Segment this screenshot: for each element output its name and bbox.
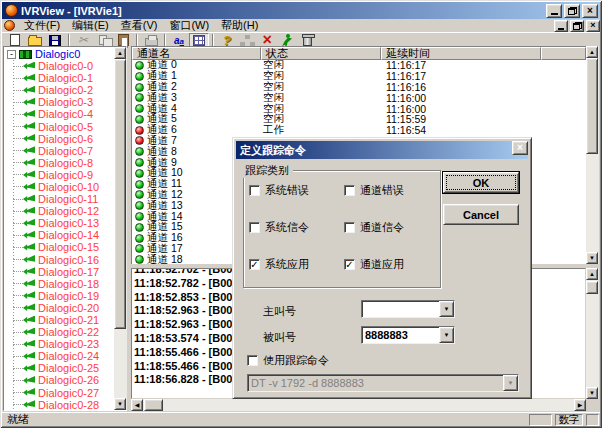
- dialog-titlebar[interactable]: 定义跟踪命令 ×: [236, 141, 528, 159]
- checkbox-box-icon[interactable]: ✓: [247, 355, 258, 366]
- scroll-up-button[interactable]: ▲: [114, 47, 126, 59]
- column-header-status[interactable]: 状态: [261, 47, 381, 60]
- child-restore-button[interactable]: [570, 20, 584, 32]
- tree-item[interactable]: Dialogic0-14: [4, 229, 113, 241]
- tree-item[interactable]: Dialogic0-20: [4, 302, 113, 314]
- tree-item[interactable]: Dialogic0-4: [4, 108, 113, 120]
- restore-button[interactable]: [564, 4, 580, 18]
- checkbox[interactable]: ✓ 通道错误: [344, 184, 404, 196]
- scrollbar-thumb[interactable]: [586, 281, 598, 294]
- check-icon: ✓: [250, 260, 258, 269]
- scroll-down-button[interactable]: ▼: [586, 252, 598, 264]
- tree-item[interactable]: Dialogic0-10: [4, 181, 113, 193]
- checkbox[interactable]: ✓ 通道信令: [344, 221, 404, 233]
- device-icon: [23, 303, 35, 312]
- dropdown-button[interactable]: ▼: [439, 301, 454, 317]
- tree-item[interactable]: Dialogic0-24: [4, 350, 113, 362]
- list-scrollbar[interactable]: ▲ ▼: [586, 46, 599, 264]
- tree-item[interactable]: Dialogic0-25: [4, 362, 113, 374]
- device-icon: [23, 134, 35, 143]
- tree-item[interactable]: Dialogic0-5: [4, 120, 113, 132]
- titlebar[interactable]: IVRView - [IVRVie1] ×: [2, 2, 600, 19]
- tree-item[interactable]: Dialogic0-13: [4, 217, 113, 229]
- menu-item[interactable]: 文件(F): [18, 19, 66, 32]
- checkbox-box-icon[interactable]: ✓: [249, 185, 260, 196]
- tree-item[interactable]: Dialogic0-19: [4, 290, 113, 302]
- collapse-icon[interactable]: -: [7, 50, 16, 59]
- scroll-left-button[interactable]: ◀: [131, 399, 143, 411]
- column-header-duration[interactable]: 延续时间: [381, 47, 541, 60]
- scroll-up-button[interactable]: ▲: [586, 268, 598, 280]
- tree-item[interactable]: Dialogic0-2: [4, 84, 113, 96]
- tree-connector: [13, 283, 23, 284]
- dialog-close-button[interactable]: ×: [512, 141, 528, 155]
- scroll-down-button[interactable]: ▼: [586, 387, 598, 399]
- checkbox-box-icon[interactable]: ✓: [344, 259, 355, 270]
- document-icon[interactable]: [4, 20, 15, 31]
- tree-item[interactable]: Dialogic0-15: [4, 241, 113, 253]
- tree-item[interactable]: Dialogic0-12: [4, 205, 113, 217]
- tree-item[interactable]: Dialogic0-22: [4, 326, 113, 338]
- tree-root-item[interactable]: - Dialogic0: [4, 48, 113, 60]
- tree-item[interactable]: Dialogic0-3: [4, 96, 113, 108]
- menu-item[interactable]: 编辑(E): [66, 19, 115, 32]
- tree-item[interactable]: Dialogic0-6: [4, 133, 113, 145]
- tree-item[interactable]: Dialogic0-18: [4, 278, 113, 290]
- checkbox[interactable]: ✓ 通道应用: [344, 258, 404, 270]
- tree-scrollbar[interactable]: ▲ ▼: [114, 47, 127, 410]
- child-minimize-button[interactable]: [554, 20, 568, 32]
- log-vertical-scrollbar[interactable]: ▲ ▼: [586, 268, 599, 399]
- checkbox-box-icon[interactable]: ✓: [344, 222, 355, 233]
- tree-item[interactable]: Dialogic0-9: [4, 169, 113, 181]
- called-number-value[interactable]: 8888883: [362, 327, 439, 343]
- dropdown-button[interactable]: ▼: [439, 327, 454, 343]
- scrollbar-thumb[interactable]: [144, 399, 163, 411]
- tree-item-label: Dialogic0-13: [38, 217, 99, 229]
- menu-item[interactable]: 窗口(W): [163, 19, 215, 32]
- scroll-right-button[interactable]: ▶: [574, 399, 586, 411]
- use-trace-command-checkbox[interactable]: ✓ 使用跟踪命令: [247, 354, 329, 366]
- scrollbar-thumb[interactable]: [586, 58, 598, 154]
- scrollbar-thumb[interactable]: [114, 59, 126, 329]
- checkbox-box-icon[interactable]: ✓: [249, 259, 260, 270]
- device-icon: [23, 182, 35, 191]
- menu-item[interactable]: 帮助(H): [215, 19, 264, 32]
- tree-item[interactable]: Dialogic0-8: [4, 157, 113, 169]
- checkbox-box-icon[interactable]: ✓: [344, 185, 355, 196]
- cancel-button[interactable]: Cancel: [443, 204, 519, 225]
- menu-item[interactable]: 查看(V): [115, 19, 164, 32]
- tree-item[interactable]: Dialogic0-1: [4, 72, 113, 84]
- tree-item-label: Dialogic0-16: [38, 254, 99, 266]
- checkbox[interactable]: ✓ 系统信令: [249, 221, 344, 233]
- tree-item[interactable]: Dialogic0-26: [4, 374, 113, 386]
- tree-item-label: Dialogic0-17: [38, 266, 99, 278]
- close-button[interactable]: ×: [582, 4, 598, 18]
- down-arrow-icon: ▼: [117, 401, 123, 407]
- tree-item[interactable]: Dialogic0-7: [4, 145, 113, 157]
- scroll-down-button[interactable]: ▼: [114, 398, 126, 410]
- tree-item[interactable]: Dialogic0-0: [4, 60, 113, 72]
- calling-number-value[interactable]: [362, 301, 439, 317]
- called-number-combobox[interactable]: 8888883 ▼: [361, 326, 455, 344]
- tree-item[interactable]: Dialogic0-21: [4, 314, 113, 326]
- checkbox[interactable]: ✓ 系统错误: [249, 184, 344, 196]
- calling-number-combobox[interactable]: ▼: [361, 300, 455, 318]
- channel-name: 通道 18: [147, 253, 183, 264]
- tree-item[interactable]: Dialogic0-28: [4, 399, 113, 410]
- tree-item[interactable]: Dialogic0-27: [4, 387, 113, 399]
- scroll-up-button[interactable]: ▲: [586, 46, 598, 58]
- tree-item[interactable]: Dialogic0-23: [4, 338, 113, 350]
- minimize-button[interactable]: [546, 4, 562, 18]
- tree-item[interactable]: Dialogic0-17: [4, 266, 113, 278]
- checkbox[interactable]: ✓ 系统应用: [249, 258, 344, 270]
- checkbox-box-icon[interactable]: ✓: [249, 222, 260, 233]
- device-icon: [23, 400, 35, 409]
- tree-item-label: Dialogic0-4: [38, 108, 93, 120]
- child-close-button[interactable]: ×: [586, 20, 600, 32]
- log-horizontal-scrollbar[interactable]: ◀ ▶: [131, 399, 586, 411]
- tree-item[interactable]: Dialogic0-11: [4, 193, 113, 205]
- column-header-name[interactable]: 通道名: [132, 47, 261, 60]
- ok-button[interactable]: OK: [443, 172, 519, 193]
- device-icon: [23, 158, 35, 167]
- tree-item[interactable]: Dialogic0-16: [4, 254, 113, 266]
